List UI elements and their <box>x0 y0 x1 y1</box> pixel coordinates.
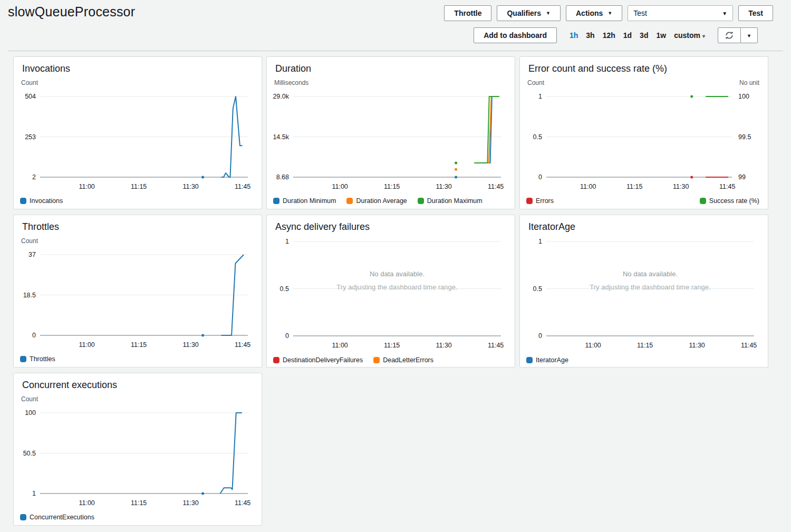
svg-text:11:45: 11:45 <box>741 342 757 349</box>
refresh-button[interactable] <box>718 27 741 43</box>
legend-label: DeadLetterErrors <box>383 356 433 364</box>
svg-text:1: 1 <box>32 490 36 497</box>
legend-item: Success rate (%) <box>700 197 759 205</box>
test-event-select[interactable]: Test ▼ <box>628 5 733 21</box>
legend-label: IteratorAge <box>536 356 568 364</box>
svg-text:11:30: 11:30 <box>436 342 451 349</box>
page-header: slowQueueProcessor Throttle Qualifiers ▼… <box>0 0 791 23</box>
svg-text:504: 504 <box>25 93 36 100</box>
svg-text:11:00: 11:00 <box>580 183 596 190</box>
page-title: slowQueueProcessor <box>8 4 135 20</box>
legend-label: ConcurrentExecutions <box>30 514 94 521</box>
chart-legend: Duration MinimumDuration AverageDuration… <box>273 197 506 205</box>
time-range-custom[interactable]: custom▾ <box>674 31 705 40</box>
panel-title: Async delivery failures <box>275 221 506 233</box>
svg-text:11:30: 11:30 <box>689 342 705 349</box>
svg-text:0: 0 <box>285 332 289 340</box>
qualifiers-button[interactable]: Qualifiers ▼ <box>497 5 561 21</box>
legend-item: Duration Minimum <box>273 197 336 205</box>
panel-error-count-success-rate: Error count and success rate (%) Count N… <box>519 56 768 209</box>
chevron-down-icon: ▾ <box>748 33 750 38</box>
panel-title: IteratorAge <box>528 221 759 233</box>
svg-text:11:15: 11:15 <box>626 183 642 190</box>
test-button[interactable]: Test <box>738 5 773 21</box>
chart-legend: Throttles <box>20 355 253 363</box>
svg-text:11:15: 11:15 <box>131 183 147 190</box>
y-axis-unit: Count <box>527 79 544 87</box>
svg-text:253: 253 <box>25 133 36 141</box>
panel-invocations: Invocations Count 504253211:0011:1511:30… <box>13 56 262 209</box>
time-range-1d[interactable]: 1d <box>623 31 632 40</box>
time-range-12h[interactable]: 12h <box>603 31 615 40</box>
legend-swatch <box>373 357 380 363</box>
refresh-options-button[interactable]: ▾ <box>741 27 758 43</box>
chart-canvas[interactable]: 10.5011:0011:1511:3011:45No data availab… <box>524 234 764 355</box>
svg-text:0.5: 0.5 <box>280 285 289 293</box>
svg-text:11:15: 11:15 <box>384 183 400 190</box>
svg-text:No data available.: No data available. <box>623 270 678 278</box>
actions-button[interactable]: Actions ▼ <box>566 5 622 21</box>
legend-swatch <box>20 356 26 362</box>
svg-text:0.5: 0.5 <box>533 285 542 293</box>
svg-text:11:00: 11:00 <box>79 183 94 190</box>
svg-text:11:45: 11:45 <box>488 183 504 190</box>
legend-item: Throttles <box>20 355 55 363</box>
chart-canvas[interactable]: 10050.5111:0011:1511:3011:45 <box>18 405 257 512</box>
svg-text:11:00: 11:00 <box>79 341 94 349</box>
y-axis-unit: Count <box>21 395 38 403</box>
svg-text:100: 100 <box>25 409 36 417</box>
svg-text:0.5: 0.5 <box>533 133 542 141</box>
svg-text:Try adjusting the dashboard ti: Try adjusting the dashboard time range. <box>590 283 710 291</box>
svg-text:0: 0 <box>538 332 542 340</box>
legend-item: Invocations <box>20 197 63 205</box>
time-range-3h[interactable]: 3h <box>586 31 594 40</box>
add-to-dashboard-button[interactable]: Add to dashboard <box>474 27 557 43</box>
legend-swatch <box>20 198 26 204</box>
chart-canvas[interactable]: 504253211:0011:1511:3011:45 <box>18 89 257 196</box>
svg-text:1: 1 <box>538 238 542 245</box>
legend-label: Success rate (%) <box>709 197 759 205</box>
time-range-group: 1h3h12h1d3d1wcustom▾ <box>570 31 705 40</box>
svg-text:29.0k: 29.0k <box>273 93 289 100</box>
legend-item: DeadLetterErrors <box>373 356 433 364</box>
svg-text:11:45: 11:45 <box>235 499 250 507</box>
legend-swatch <box>273 198 279 204</box>
svg-text:100: 100 <box>738 93 749 100</box>
svg-text:11:15: 11:15 <box>637 342 653 349</box>
svg-text:1: 1 <box>538 93 542 100</box>
time-range-1h[interactable]: 1h <box>570 31 578 40</box>
time-range-1w[interactable]: 1w <box>656 31 666 40</box>
chevron-down-icon: ▼ <box>546 11 551 16</box>
svg-text:11:30: 11:30 <box>436 183 451 190</box>
panel-iterator-age: IteratorAge 10.5011:0011:1511:3011:45No … <box>519 215 768 367</box>
panel-async-delivery-failures: Async delivery failures 10.5011:0011:151… <box>266 215 515 367</box>
svg-text:11:45: 11:45 <box>719 183 735 190</box>
y-axis-unit: Count <box>21 79 38 87</box>
chart-legend: DestinationDeliveryFailuresDeadLetterErr… <box>273 356 506 364</box>
legend-label: DestinationDeliveryFailures <box>283 356 363 364</box>
chart-legend: ErrorsSuccess rate (%) <box>526 197 759 205</box>
y2-axis-unit: No unit <box>739 79 759 87</box>
chart-legend: Invocations <box>20 197 253 205</box>
svg-text:50.5: 50.5 <box>23 450 36 457</box>
svg-text:0: 0 <box>538 173 542 181</box>
chart-canvas[interactable]: 3718.5011:0011:1511:3011:45 <box>18 247 257 354</box>
throttle-button[interactable]: Throttle <box>444 5 491 21</box>
svg-text:11:30: 11:30 <box>182 499 198 507</box>
legend-item: DestinationDeliveryFailures <box>273 356 363 364</box>
legend-item: Duration Maximum <box>418 197 483 205</box>
legend-label: Duration Minimum <box>283 197 336 205</box>
legend-item: Duration Average <box>346 197 407 205</box>
svg-text:11:45: 11:45 <box>235 183 250 190</box>
svg-text:2: 2 <box>32 173 36 181</box>
metrics-grid: Invocations Count 504253211:0011:1511:30… <box>13 56 768 526</box>
chart-canvas[interactable]: 10.5011:0011:1511:3011:45No data availab… <box>271 234 510 355</box>
svg-text:14.5k: 14.5k <box>273 133 289 141</box>
chart-canvas[interactable]: 10.5010099.59911:0011:1511:3011:45 <box>524 89 764 196</box>
svg-text:11:15: 11:15 <box>131 341 147 349</box>
legend-label: Duration Average <box>356 197 407 205</box>
svg-text:11:30: 11:30 <box>182 183 198 190</box>
panel-throttles: Throttles Count 3718.5011:0011:1511:3011… <box>13 215 262 367</box>
time-range-3d[interactable]: 3d <box>640 31 648 40</box>
chart-canvas[interactable]: 29.0k14.5k8.6811:0011:1511:3011:45 <box>271 89 510 196</box>
